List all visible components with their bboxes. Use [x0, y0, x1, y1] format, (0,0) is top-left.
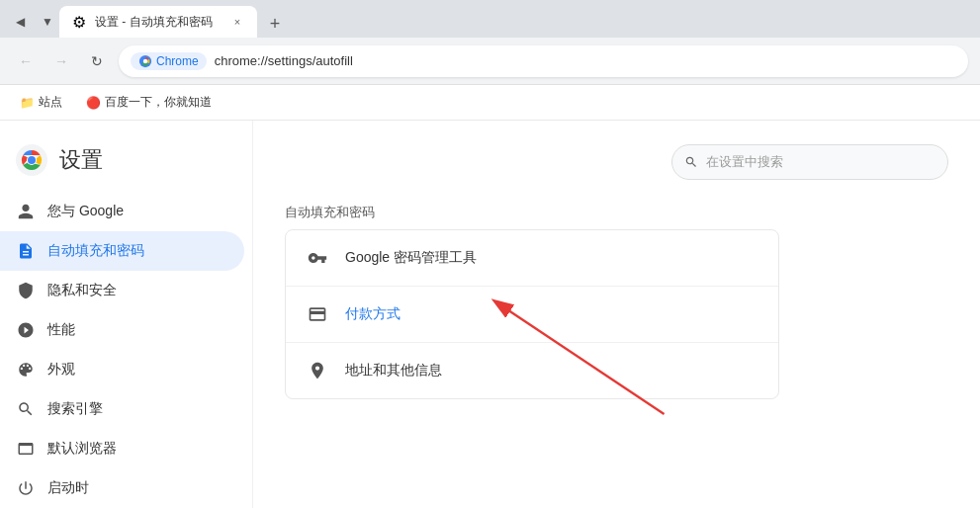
tab-close-button[interactable]: ×	[229, 14, 245, 30]
refresh-button[interactable]: ↻	[83, 47, 111, 75]
settings-title: 设置	[59, 145, 103, 175]
sidebar-item-startup[interactable]: 启动时	[0, 468, 244, 508]
chrome-logo	[16, 144, 47, 176]
menu-row-address[interactable]: 地址和其他信息	[286, 343, 778, 398]
tab-title: 设置 - 自动填充和密码	[95, 14, 222, 31]
sidebar-item-autofill[interactable]: 自动填充和密码	[0, 231, 244, 271]
sidebar-item-privacy[interactable]: 隐私和安全	[0, 271, 244, 310]
address-label: 地址和其他信息	[345, 362, 442, 380]
new-tab-button[interactable]: +	[261, 10, 289, 38]
tab-bar-left-controls: ◀ ▼	[8, 10, 59, 38]
sidebar-item-default-browser[interactable]: 默认浏览器	[0, 429, 244, 468]
address-bar: ← → ↻ Chrome chrome://settings/autofill	[0, 38, 980, 85]
menu-row-payment[interactable]: 付款方式	[286, 287, 778, 343]
performance-icon	[16, 320, 36, 340]
sidebar-item-autofill-label: 自动填充和密码	[47, 242, 144, 260]
bookmark-baidu-icon: 🔴	[86, 96, 101, 110]
pin-icon	[306, 359, 329, 382]
chrome-icon	[138, 54, 152, 68]
bookmark-baidu-label: 百度一下，你就知道	[105, 94, 212, 111]
sidebar-item-google-label: 您与 Google	[47, 203, 124, 220]
settings-search-placeholder: 在设置中搜索	[706, 153, 783, 171]
chrome-security-badge: Chrome	[131, 52, 207, 70]
tab-bar-dropdown-btn[interactable]: ▼	[36, 10, 59, 34]
sidebar-item-google[interactable]: 您与 Google	[0, 192, 244, 231]
menu-row-passwords[interactable]: Google 密码管理工具	[286, 230, 778, 287]
tab-list: ⚙ 设置 - 自动填充和密码 × +	[59, 6, 972, 38]
url-bar[interactable]: Chrome chrome://settings/autofill	[119, 45, 968, 77]
back-button[interactable]: ←	[12, 47, 40, 75]
card-icon	[306, 302, 329, 326]
browser-icon	[16, 439, 36, 459]
key-icon	[306, 246, 329, 270]
svg-point-4	[28, 156, 36, 164]
browser-frame: ◀ ▼ ⚙ 设置 - 自动填充和密码 × + ← → ↻	[0, 0, 980, 508]
sidebar-item-startup-label: 启动时	[47, 479, 89, 497]
shield-icon	[16, 281, 36, 300]
palette-icon	[16, 360, 36, 380]
page-content: 设置 您与 Google 自动填充和密码 隐私和安全	[0, 121, 980, 508]
forward-button[interactable]: →	[47, 47, 75, 75]
bookmark-sites-label: 站点	[39, 94, 62, 111]
search-icon	[16, 399, 36, 419]
person-icon	[16, 202, 36, 221]
bookmarks-bar: 📁 站点 🔴 百度一下，你就知道	[0, 85, 980, 121]
settings-search-icon	[684, 155, 698, 169]
tab-favicon: ⚙	[71, 14, 87, 30]
sidebar-item-search-label: 搜索引擎	[47, 400, 103, 418]
svg-point-1	[143, 58, 147, 62]
power-icon	[16, 478, 36, 498]
section-title: 自动填充和密码	[285, 204, 948, 221]
bookmark-sites[interactable]: 📁 站点	[12, 90, 70, 115]
autofill-menu-card: Google 密码管理工具 付款方式 地址和其他信息	[285, 229, 779, 399]
settings-search-bar[interactable]: 在设置中搜索	[671, 144, 948, 180]
description-icon	[16, 241, 36, 261]
sidebar-item-performance-label: 性能	[47, 321, 75, 339]
sidebar-item-appearance-label: 外观	[47, 361, 75, 379]
settings-main: 在设置中搜索 自动填充和密码 Google 密码管理工具 付款方式	[253, 121, 980, 508]
chrome-label: Chrome	[156, 54, 199, 68]
tab-bar-back-btn[interactable]: ◀	[8, 10, 32, 34]
bookmark-folder-icon: 📁	[20, 96, 35, 110]
sidebar-item-default-browser-label: 默认浏览器	[47, 440, 117, 458]
active-tab[interactable]: ⚙ 设置 - 自动填充和密码 ×	[59, 6, 257, 38]
settings-header: 设置	[0, 136, 252, 192]
sidebar-item-performance[interactable]: 性能	[0, 310, 244, 350]
url-text: chrome://settings/autofill	[215, 53, 353, 68]
payment-label: 付款方式	[345, 305, 401, 323]
sidebar-item-appearance[interactable]: 外观	[0, 350, 244, 389]
sidebar-item-privacy-label: 隐私和安全	[47, 282, 117, 299]
passwords-label: Google 密码管理工具	[345, 249, 477, 267]
settings-sidebar: 设置 您与 Google 自动填充和密码 隐私和安全	[0, 121, 253, 508]
tab-bar: ◀ ▼ ⚙ 设置 - 自动填充和密码 × +	[0, 0, 980, 38]
bookmark-baidu[interactable]: 🔴 百度一下，你就知道	[78, 90, 220, 115]
sidebar-item-search[interactable]: 搜索引擎	[0, 389, 244, 429]
